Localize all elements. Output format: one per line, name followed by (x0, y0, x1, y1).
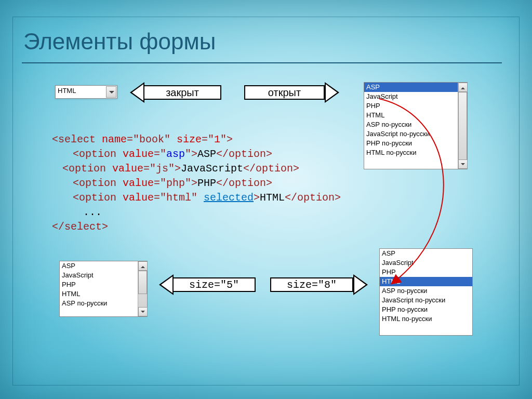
scroll-up-icon[interactable] (458, 83, 468, 92)
scroll-thumb[interactable] (458, 92, 467, 161)
select-closed[interactable]: HTML (55, 85, 117, 99)
list-item[interactable]: PHP по-русски (364, 139, 467, 148)
list-item[interactable]: HTML по-русски (364, 148, 467, 157)
list-item[interactable]: ASP по-русски (60, 299, 147, 308)
code-block: <select name="book" size="1"> <option va… (52, 132, 341, 234)
arrow-right-head (325, 82, 339, 103)
arrow-size8: size="8" (270, 274, 369, 295)
list-item[interactable]: JavaScript (60, 271, 147, 280)
scroll-down-icon[interactable] (458, 159, 468, 169)
arrow-closed-label: закрыт (143, 85, 221, 100)
select-size5[interactable]: ASPJavaScriptPHPHTMLASP по-русски (59, 261, 148, 317)
list-item[interactable]: PHP (364, 101, 467, 111)
list-item[interactable]: HTML (380, 277, 472, 286)
list-item[interactable]: JavaScript по-русски (364, 129, 467, 139)
scroll-up-icon[interactable] (138, 261, 148, 271)
select-open[interactable]: ASPJavaScriptPHPHTMLASP по-русскиJavaScr… (364, 82, 468, 169)
select-size8[interactable]: ASPJavaScriptPHPHTMLASP по-русскиJavaScr… (379, 248, 473, 336)
scrollbar[interactable] (138, 261, 147, 316)
select-closed-value: HTML (58, 87, 76, 95)
list-item[interactable]: PHP по-русски (380, 305, 472, 314)
list-item[interactable]: ASP (60, 261, 147, 271)
title-underline (22, 62, 502, 63)
arrow-right-head (353, 274, 368, 295)
arrow-open-label: открыт (244, 85, 325, 100)
arrow-open: открыт (244, 82, 340, 103)
list-item[interactable]: ASP по-русски (380, 286, 472, 296)
arrow-closed: закрыт (130, 82, 223, 103)
list-item[interactable]: JavaScript (380, 258, 472, 268)
list-item[interactable]: ASP по-русски (364, 120, 467, 129)
scroll-thumb[interactable] (138, 271, 147, 294)
list-item[interactable]: ASP (364, 83, 467, 92)
slide-title: Элементы формы (23, 29, 216, 55)
list-item[interactable]: PHP (380, 268, 472, 277)
list-item[interactable]: JavaScript по-русски (380, 296, 472, 305)
list-item[interactable]: PHP (60, 280, 147, 289)
list-item[interactable]: HTML (364, 111, 467, 120)
arrow-size8-label: size="8" (270, 277, 353, 292)
scroll-down-icon[interactable] (138, 307, 148, 316)
arrow-left-head (130, 82, 144, 103)
list-item[interactable]: ASP (380, 249, 472, 258)
list-item[interactable]: HTML по-русски (380, 314, 472, 324)
arrow-left-head (159, 274, 174, 295)
scrollbar[interactable] (458, 83, 467, 169)
list-item[interactable]: JavaScript (364, 92, 467, 101)
arrow-size5-label: size="5" (172, 277, 256, 292)
list-item[interactable]: HTML (60, 289, 147, 299)
dropdown-button-icon[interactable] (106, 86, 116, 98)
arrow-size5: size="5" (159, 274, 258, 295)
